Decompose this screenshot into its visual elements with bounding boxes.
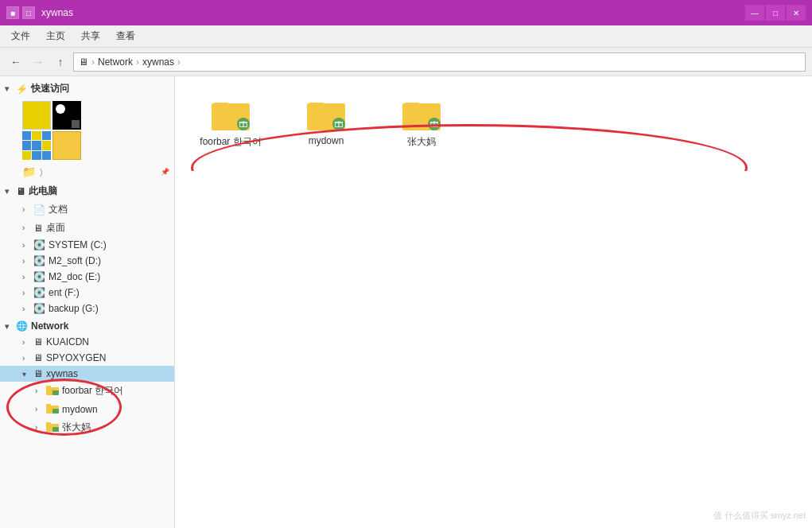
sidebar-item-desktop[interactable]: › 🖥 桌面 [0, 219, 174, 237]
folder-item-foorbar[interactable]: foorbar 한국어 [191, 92, 270, 155]
title-bar-controls: — □ ✕ [745, 5, 806, 21]
drive-d-icon: 💽 [33, 255, 45, 266]
title-bar-title: xywnas [41, 7, 73, 18]
sidebar-item-mydown[interactable]: › mydown [0, 400, 174, 418]
docs-arrow: › [22, 205, 30, 214]
sidebar-item-zhangdama[interactable]: › 张大妈 [0, 418, 174, 437]
spyoxygen-arrow: › [22, 354, 30, 363]
folder-label-foorbar: foorbar 한국어 [200, 135, 261, 149]
network-section: ▾ 🌐 Network › 🖥 KUAICDN › 🖥 SPYOXYGEN ▾ … [0, 318, 174, 437]
quick-access-item-1[interactable]: 📁 ) 📌 [0, 163, 174, 181]
this-pc-header[interactable]: ▾ 🖥 此电脑 [0, 182, 174, 200]
xywnas-arrow: ▾ [22, 370, 30, 379]
close-button[interactable]: ✕ [787, 5, 806, 21]
quick-access-section: ▾ ⚡ 快速访问 [0, 80, 174, 181]
svg-rect-2 [52, 390, 59, 395]
thumb-1 [22, 101, 51, 130]
title-bar-icon-1: ■ [6, 6, 19, 19]
quick-access-folder-icon: 📁 [22, 165, 36, 178]
folder-icon-zhangdama [402, 99, 441, 130]
network-label: Network [31, 320, 68, 332]
drive-c-arrow: › [22, 241, 30, 250]
menu-view[interactable]: 查看 [108, 26, 143, 46]
thumb-2 [52, 101, 81, 130]
drive-f-icon: 💽 [33, 287, 45, 298]
drive-d-arrow: › [22, 257, 30, 266]
drive-g-icon: 💽 [33, 303, 45, 314]
docs-label: 文档 [49, 203, 68, 216]
maximize-button[interactable]: □ [766, 5, 785, 21]
title-bar: ■ □ xywnas — □ ✕ [0, 0, 812, 25]
thumb-3 [22, 131, 51, 160]
breadcrumb-network[interactable]: Network [98, 56, 133, 68]
folder-label-zhangdama: 张大妈 [407, 135, 436, 149]
network-overlay-1 [237, 118, 250, 130]
folder-item-mydown[interactable]: mydown [286, 92, 366, 153]
forward-button[interactable]: → [29, 52, 48, 72]
sidebar-item-foorbar[interactable]: › foorbar 한국어 [0, 382, 174, 400]
quick-access-header[interactable]: ▾ ⚡ 快速访问 [0, 80, 174, 98]
spyoxygen-label: SPYOXYGEN [46, 352, 106, 363]
folder-grid: foorbar 한국어 mydown [191, 92, 796, 155]
sidebar-item-spyoxygen[interactable]: › 🖥 SPYOXYGEN [0, 350, 174, 366]
thumb-4 [52, 131, 81, 160]
drive-d-label: M2_soft (D:) [49, 255, 101, 266]
menu-home[interactable]: 主页 [38, 26, 73, 46]
desktop-label: 桌面 [46, 221, 65, 235]
this-pc-icon: 🖥 [16, 186, 25, 197]
docs-icon: 📄 [33, 204, 45, 215]
foorbar-label: foorbar 한국어 [62, 384, 123, 398]
drive-c-label: SYSTEM (C:) [49, 239, 107, 250]
kuaicdn-label: KUAICDN [46, 336, 89, 347]
xywnas-children: › foorbar 한국어 › [0, 382, 174, 437]
mydown-icon [46, 402, 59, 416]
back-button[interactable]: ← [6, 52, 25, 72]
main-layout: ▾ ⚡ 快速访问 [0, 76, 812, 528]
desktop-arrow: › [22, 223, 30, 232]
thumbnail-area [22, 101, 86, 160]
svg-rect-1 [46, 386, 51, 389]
sidebar-item-drive-e[interactable]: › 💽 M2_doc (E:) [0, 269, 174, 285]
svg-rect-8 [52, 427, 59, 432]
drive-e-icon: 💽 [33, 271, 45, 282]
folder-icon-mydown [307, 99, 345, 130]
sidebar-item-kuaicdn[interactable]: › 🖥 KUAICDN [0, 334, 174, 350]
menu-file[interactable]: 文件 [3, 26, 38, 46]
pin-icon-1: 📌 [161, 168, 169, 176]
this-pc-section: ▾ 🖥 此电脑 › 📄 文档 › 🖥 桌面 › 💽 SYSTEM (C:) › [0, 182, 174, 316]
drive-g-label: backup (G:) [49, 303, 99, 314]
svg-rect-5 [52, 409, 59, 413]
sidebar: ▾ ⚡ 快速访问 [0, 76, 175, 528]
this-pc-arrow: ▾ [5, 187, 13, 196]
sidebar-item-drive-d[interactable]: › 💽 M2_soft (D:) [0, 253, 174, 269]
sidebar-item-docs[interactable]: › 📄 文档 [0, 200, 174, 219]
network-overlay-3 [428, 118, 441, 130]
zhangdama-arrow: › [35, 423, 43, 432]
folder-icon-foorbar [212, 99, 250, 130]
breadcrumb-xywnas[interactable]: xywnas [142, 56, 174, 68]
drive-g-arrow: › [22, 305, 30, 313]
network-header[interactable]: ▾ 🌐 Network [0, 318, 174, 334]
up-button[interactable]: ↑ [51, 52, 70, 72]
menu-share[interactable]: 共享 [73, 26, 108, 46]
drive-e-label: M2_doc (E:) [49, 271, 100, 282]
svg-rect-7 [46, 422, 51, 425]
menu-bar: 文件 主页 共享 查看 [0, 25, 812, 48]
sidebar-item-drive-c[interactable]: › 💽 SYSTEM (C:) [0, 237, 174, 253]
zhangdama-icon [46, 421, 59, 434]
breadcrumb[interactable]: 🖥 › Network › xywnas › [73, 52, 806, 72]
quick-access-label: 快速访问 [31, 82, 69, 95]
sidebar-item-drive-f[interactable]: › 💽 ent (F:) [0, 285, 174, 301]
sidebar-item-drive-g[interactable]: › 💽 backup (G:) [0, 301, 174, 316]
quick-access-arrow: ▾ [5, 84, 13, 93]
xywnas-label: xywnas [46, 368, 78, 379]
nav-bar: ← → ↑ 🖥 › Network › xywnas › [0, 48, 812, 76]
drive-e-arrow: › [22, 273, 30, 281]
content-wrapper: foorbar 한국어 mydown [175, 76, 812, 528]
drive-f-label: ent (F:) [49, 287, 80, 298]
folder-item-zhangdama[interactable]: 张大妈 [382, 92, 461, 155]
sidebar-item-xywnas[interactable]: ▾ 🖥 xywnas [0, 366, 174, 382]
minimize-button[interactable]: — [745, 5, 764, 21]
quick-access-icon: ⚡ [16, 83, 28, 95]
foorbar-arrow: › [35, 386, 43, 395]
